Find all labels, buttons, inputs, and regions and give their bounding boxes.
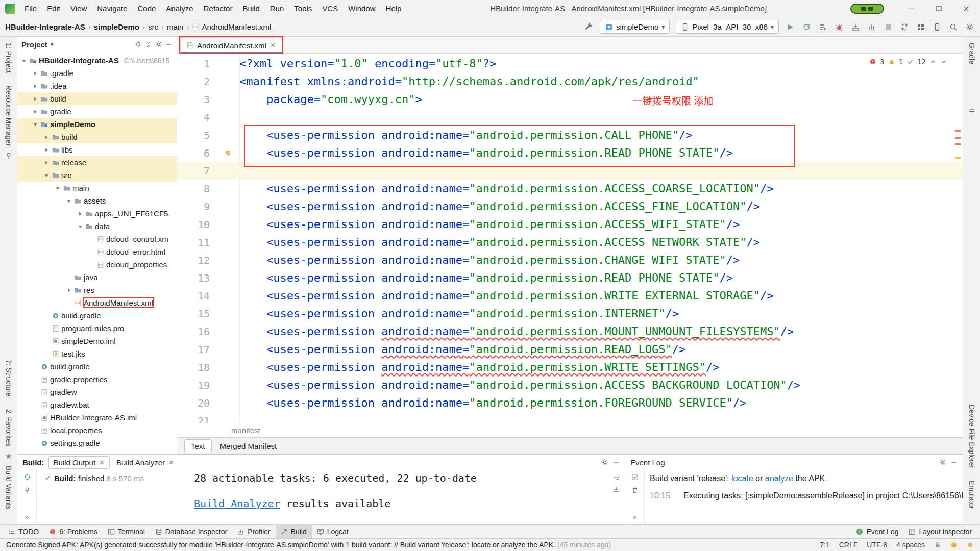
trash-icon[interactable]	[631, 487, 639, 494]
lock-icon[interactable]	[934, 541, 941, 548]
collapse-all-icon[interactable]	[145, 41, 152, 48]
profiler-icon[interactable]	[867, 22, 877, 32]
debug-icon[interactable]	[834, 22, 844, 32]
tool-stripe-7-structure[interactable]: 7: Structure	[5, 354, 13, 403]
tool-stripe-1-project[interactable]: 1: Project	[5, 37, 13, 79]
menu-window[interactable]: Window	[343, 0, 380, 17]
tool-window-profiler[interactable]: Profiler	[232, 525, 275, 538]
tree-item-dcloud-properties[interactable]: dcloud_properties.	[17, 258, 177, 271]
code-line-11[interactable]: 11 <uses-permission android:name="androi…	[177, 233, 963, 251]
tool-window-logcat[interactable]: Logcat	[312, 525, 354, 538]
chevron-collapsed-icon[interactable]	[65, 287, 72, 294]
tool-stripe-2-favorites[interactable]: 2: Favorites	[5, 403, 13, 453]
error-mark[interactable]	[955, 130, 961, 132]
chevron-collapsed-icon[interactable]	[32, 83, 39, 90]
code-line-14[interactable]: 14 <uses-permission android:name="androi…	[177, 287, 963, 305]
gear-icon[interactable]	[601, 459, 608, 466]
code-line-10[interactable]: 10 <uses-permission android:name="androi…	[177, 215, 963, 233]
tree-item-apps-uni-ef61cf5[interactable]: apps._UNI_EF61CF5.	[17, 207, 177, 220]
chevron-expanded-icon[interactable]	[77, 223, 84, 230]
gear-icon[interactable]	[155, 41, 162, 48]
code-line-7[interactable]: 7	[177, 162, 963, 180]
code-line-4[interactable]: 4	[177, 108, 963, 126]
scroll-to-end-icon[interactable]	[612, 486, 620, 493]
breadcrumb-hbuilder-integrate-as[interactable]: HBuilder-Integrate-AS	[5, 22, 85, 31]
breadcrumb-main[interactable]: main	[167, 22, 184, 31]
tree-item-src[interactable]: src	[17, 169, 177, 182]
build-tab-build-output[interactable]: Build Output✕	[48, 456, 110, 469]
error-stripe[interactable]	[955, 54, 961, 423]
code-editor[interactable]: 1<?xml version="1.0" encoding="utf-8"?>2…	[177, 54, 963, 423]
breadcrumb-src[interactable]: src	[148, 22, 158, 31]
structure-icon[interactable]	[916, 22, 926, 32]
run-config-select[interactable]: simpleDemo ▾	[600, 20, 670, 34]
screen-recorder-widget[interactable]	[850, 4, 884, 14]
tool-window-todo[interactable]: TODO	[3, 525, 44, 538]
error-mark[interactable]	[955, 143, 961, 145]
breadcrumb-androidmanifest-xml[interactable]: AndroidManifest.xml	[192, 22, 271, 31]
star-icon[interactable]	[5, 453, 12, 460]
code-line-8[interactable]: 8 <uses-permission android:name="android…	[177, 180, 963, 197]
locate-link[interactable]: locate	[731, 474, 753, 483]
next-issue-icon[interactable]	[940, 58, 947, 65]
play-icon[interactable]	[785, 22, 795, 32]
tree-item-build[interactable]: build	[17, 92, 177, 105]
status-7-1[interactable]: 7:1	[820, 541, 829, 549]
tree-item-simpledemo-iml[interactable]: simpleDemo.iml	[17, 335, 177, 347]
more-icon[interactable]: »	[632, 512, 636, 521]
tree-item-java[interactable]: java	[17, 271, 177, 284]
chevron-collapsed-icon[interactable]	[77, 210, 84, 217]
tool-window-build[interactable]: Build	[276, 525, 312, 538]
analyze-link[interactable]: analyze	[765, 474, 793, 483]
device-select[interactable]: Pixel_3a_API_30_x86 ▾	[676, 20, 779, 34]
event-log-messages[interactable]: Build variant 'release': locate or analy…	[645, 470, 963, 524]
tree-item-main[interactable]: main	[17, 182, 177, 194]
lines-icon[interactable]	[968, 106, 975, 113]
checklist-icon[interactable]	[631, 473, 639, 481]
chevron-collapsed-icon[interactable]	[43, 146, 50, 154]
stop-icon[interactable]	[883, 22, 893, 32]
chevron-collapsed-icon[interactable]	[32, 108, 39, 115]
code-line-2[interactable]: 2<manifest xmlns:android="http://schemas…	[177, 72, 963, 90]
hide-panel-icon[interactable]	[612, 459, 620, 466]
project-panel-title[interactable]: Project	[21, 40, 47, 49]
editor-tab-androidmanifest[interactable]: AndroidManifest.xml ✕	[180, 37, 282, 53]
menu-run[interactable]: Run	[265, 0, 289, 17]
tree-item-gradlew-bat[interactable]: gradlew.bat	[17, 398, 177, 411]
tool-window-6-problems[interactable]: 6: Problems	[44, 525, 103, 538]
build-tab-build-analyzer[interactable]: Build Analyzer✕	[112, 456, 179, 469]
notification-dot-icon[interactable]	[967, 541, 974, 548]
tree-item-gradle-properties[interactable]: gradle.properties	[17, 373, 177, 386]
menu-build[interactable]: Build	[237, 0, 264, 17]
code-line-20[interactable]: 20 <uses-permission android:name="androi…	[177, 394, 963, 412]
tree-item-dcloud-control-xm[interactable]: dcloud_control.xm	[17, 233, 177, 245]
run-list-icon[interactable]	[818, 22, 828, 32]
hide-panel-icon[interactable]	[165, 41, 173, 48]
tree-item-build[interactable]: build	[17, 131, 177, 143]
tree-item-res[interactable]: res	[17, 284, 177, 296]
gear-icon[interactable]	[939, 459, 946, 466]
status-message[interactable]: Generate Signed APK: APK(s) generated su…	[6, 541, 811, 549]
tool-window-terminal[interactable]: Terminal	[103, 525, 150, 538]
chevron-collapsed-icon[interactable]	[43, 159, 50, 166]
chevron-expanded-icon[interactable]	[65, 197, 72, 205]
maximize-button[interactable]	[925, 0, 952, 17]
status-utf-8[interactable]: UTF-8	[867, 541, 887, 549]
tool-window-database-inspector[interactable]: Database Inspector	[150, 525, 232, 538]
tree-item-build-gradle[interactable]: build.gradle	[17, 309, 177, 322]
menu-navigate[interactable]: Navigate	[92, 0, 132, 17]
tree-item-gradlew[interactable]: gradlew	[17, 386, 177, 398]
menu-refactor[interactable]: Refactor	[199, 0, 238, 17]
code-line-1[interactable]: 1<?xml version="1.0" encoding="utf-8"?>	[177, 55, 963, 72]
tool-stripe-device-file-explorer[interactable]: Device File Explorer	[968, 398, 976, 474]
tree-item-test-jks[interactable]: test.jks	[17, 347, 177, 360]
gear-icon[interactable]	[965, 22, 975, 32]
tool-stripe-resource-manager[interactable]: Resource Manager	[5, 79, 13, 152]
feedback-smiley-icon[interactable]	[950, 541, 958, 548]
tree-item-gradle[interactable]: .gradle	[17, 67, 177, 80]
tree-item-libs[interactable]: libs	[17, 143, 177, 156]
apply-icon[interactable]	[801, 22, 812, 32]
attach-icon[interactable]	[850, 22, 861, 32]
chevron-down-icon[interactable]: ▾	[51, 41, 54, 48]
build-analyzer-link[interactable]: Build Analyzer	[194, 497, 280, 510]
